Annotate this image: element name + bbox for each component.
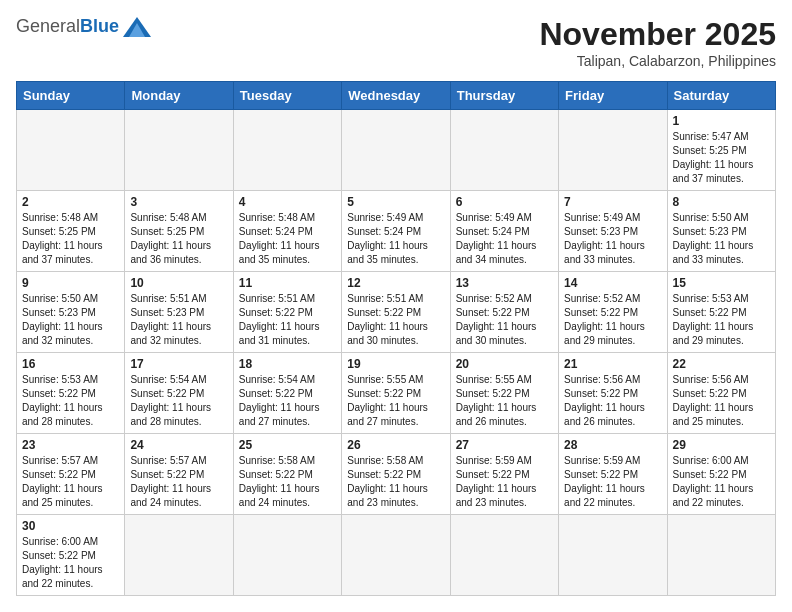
day-info: Sunrise: 5:56 AM Sunset: 5:22 PM Dayligh… [673,373,770,429]
day-info: Sunrise: 5:57 AM Sunset: 5:22 PM Dayligh… [130,454,227,510]
calendar-week-row: 16Sunrise: 5:53 AM Sunset: 5:22 PM Dayli… [17,353,776,434]
calendar-day-cell [559,515,667,596]
day-number: 10 [130,276,227,290]
calendar-day-cell: 23Sunrise: 5:57 AM Sunset: 5:22 PM Dayli… [17,434,125,515]
logo-icon [123,17,151,37]
day-number: 3 [130,195,227,209]
calendar-day-cell [342,515,450,596]
day-info: Sunrise: 5:54 AM Sunset: 5:22 PM Dayligh… [239,373,336,429]
day-number: 4 [239,195,336,209]
weekday-header: Thursday [450,82,558,110]
weekday-header: Friday [559,82,667,110]
calendar-day-cell: 18Sunrise: 5:54 AM Sunset: 5:22 PM Dayli… [233,353,341,434]
day-info: Sunrise: 5:47 AM Sunset: 5:25 PM Dayligh… [673,130,770,186]
calendar-day-cell: 3Sunrise: 5:48 AM Sunset: 5:25 PM Daylig… [125,191,233,272]
day-info: Sunrise: 5:53 AM Sunset: 5:22 PM Dayligh… [22,373,119,429]
day-info: Sunrise: 5:52 AM Sunset: 5:22 PM Dayligh… [564,292,661,348]
calendar-week-row: 30Sunrise: 6:00 AM Sunset: 5:22 PM Dayli… [17,515,776,596]
calendar-week-row: 23Sunrise: 5:57 AM Sunset: 5:22 PM Dayli… [17,434,776,515]
day-number: 21 [564,357,661,371]
calendar-day-cell: 21Sunrise: 5:56 AM Sunset: 5:22 PM Dayli… [559,353,667,434]
weekday-header: Saturday [667,82,775,110]
calendar-day-cell [17,110,125,191]
day-number: 11 [239,276,336,290]
calendar-day-cell: 9Sunrise: 5:50 AM Sunset: 5:23 PM Daylig… [17,272,125,353]
calendar-week-row: 1Sunrise: 5:47 AM Sunset: 5:25 PM Daylig… [17,110,776,191]
day-info: Sunrise: 5:50 AM Sunset: 5:23 PM Dayligh… [22,292,119,348]
day-number: 26 [347,438,444,452]
day-info: Sunrise: 5:48 AM Sunset: 5:25 PM Dayligh… [22,211,119,267]
calendar-day-cell [342,110,450,191]
calendar-day-cell [450,110,558,191]
day-number: 18 [239,357,336,371]
day-info: Sunrise: 5:55 AM Sunset: 5:22 PM Dayligh… [347,373,444,429]
day-info: Sunrise: 5:49 AM Sunset: 5:24 PM Dayligh… [456,211,553,267]
calendar-day-cell: 19Sunrise: 5:55 AM Sunset: 5:22 PM Dayli… [342,353,450,434]
calendar-day-cell [450,515,558,596]
day-info: Sunrise: 5:50 AM Sunset: 5:23 PM Dayligh… [673,211,770,267]
day-number: 8 [673,195,770,209]
logo-blue-text: Blue [80,16,119,37]
weekday-header-row: SundayMondayTuesdayWednesdayThursdayFrid… [17,82,776,110]
page-header: General Blue November 2025 Talipan, Cala… [16,16,776,69]
title-area: November 2025 Talipan, Calabarzon, Phili… [539,16,776,69]
day-number: 13 [456,276,553,290]
calendar-day-cell: 4Sunrise: 5:48 AM Sunset: 5:24 PM Daylig… [233,191,341,272]
day-info: Sunrise: 5:54 AM Sunset: 5:22 PM Dayligh… [130,373,227,429]
calendar-day-cell: 24Sunrise: 5:57 AM Sunset: 5:22 PM Dayli… [125,434,233,515]
calendar-day-cell: 26Sunrise: 5:58 AM Sunset: 5:22 PM Dayli… [342,434,450,515]
day-number: 17 [130,357,227,371]
day-info: Sunrise: 5:51 AM Sunset: 5:22 PM Dayligh… [347,292,444,348]
day-number: 20 [456,357,553,371]
calendar-day-cell: 12Sunrise: 5:51 AM Sunset: 5:22 PM Dayli… [342,272,450,353]
day-number: 2 [22,195,119,209]
day-info: Sunrise: 5:53 AM Sunset: 5:22 PM Dayligh… [673,292,770,348]
day-number: 30 [22,519,119,533]
calendar-day-cell [233,515,341,596]
calendar-day-cell: 7Sunrise: 5:49 AM Sunset: 5:23 PM Daylig… [559,191,667,272]
day-number: 23 [22,438,119,452]
day-number: 22 [673,357,770,371]
day-number: 9 [22,276,119,290]
day-info: Sunrise: 5:59 AM Sunset: 5:22 PM Dayligh… [456,454,553,510]
calendar-day-cell [125,515,233,596]
logo: General Blue [16,16,151,37]
calendar-week-row: 9Sunrise: 5:50 AM Sunset: 5:23 PM Daylig… [17,272,776,353]
calendar-day-cell: 16Sunrise: 5:53 AM Sunset: 5:22 PM Dayli… [17,353,125,434]
calendar-day-cell: 11Sunrise: 5:51 AM Sunset: 5:22 PM Dayli… [233,272,341,353]
calendar-day-cell: 2Sunrise: 5:48 AM Sunset: 5:25 PM Daylig… [17,191,125,272]
logo-general-text: General [16,16,80,37]
day-info: Sunrise: 5:48 AM Sunset: 5:24 PM Dayligh… [239,211,336,267]
calendar-day-cell: 20Sunrise: 5:55 AM Sunset: 5:22 PM Dayli… [450,353,558,434]
day-number: 28 [564,438,661,452]
calendar-day-cell: 28Sunrise: 5:59 AM Sunset: 5:22 PM Dayli… [559,434,667,515]
weekday-header: Monday [125,82,233,110]
day-info: Sunrise: 5:51 AM Sunset: 5:23 PM Dayligh… [130,292,227,348]
calendar-day-cell: 8Sunrise: 5:50 AM Sunset: 5:23 PM Daylig… [667,191,775,272]
month-title: November 2025 [539,16,776,53]
weekday-header: Sunday [17,82,125,110]
day-number: 29 [673,438,770,452]
weekday-header: Wednesday [342,82,450,110]
calendar-day-cell: 1Sunrise: 5:47 AM Sunset: 5:25 PM Daylig… [667,110,775,191]
calendar-day-cell: 13Sunrise: 5:52 AM Sunset: 5:22 PM Dayli… [450,272,558,353]
day-number: 16 [22,357,119,371]
day-info: Sunrise: 5:49 AM Sunset: 5:23 PM Dayligh… [564,211,661,267]
calendar-day-cell: 5Sunrise: 5:49 AM Sunset: 5:24 PM Daylig… [342,191,450,272]
day-number: 27 [456,438,553,452]
day-number: 7 [564,195,661,209]
calendar-table: SundayMondayTuesdayWednesdayThursdayFrid… [16,81,776,596]
day-info: Sunrise: 5:55 AM Sunset: 5:22 PM Dayligh… [456,373,553,429]
calendar-day-cell: 29Sunrise: 6:00 AM Sunset: 5:22 PM Dayli… [667,434,775,515]
day-info: Sunrise: 6:00 AM Sunset: 5:22 PM Dayligh… [22,535,119,591]
calendar-day-cell: 17Sunrise: 5:54 AM Sunset: 5:22 PM Dayli… [125,353,233,434]
day-number: 5 [347,195,444,209]
calendar-day-cell: 15Sunrise: 5:53 AM Sunset: 5:22 PM Dayli… [667,272,775,353]
day-info: Sunrise: 5:51 AM Sunset: 5:22 PM Dayligh… [239,292,336,348]
day-number: 6 [456,195,553,209]
day-info: Sunrise: 5:49 AM Sunset: 5:24 PM Dayligh… [347,211,444,267]
day-info: Sunrise: 5:58 AM Sunset: 5:22 PM Dayligh… [239,454,336,510]
day-number: 19 [347,357,444,371]
day-number: 24 [130,438,227,452]
calendar-day-cell [233,110,341,191]
